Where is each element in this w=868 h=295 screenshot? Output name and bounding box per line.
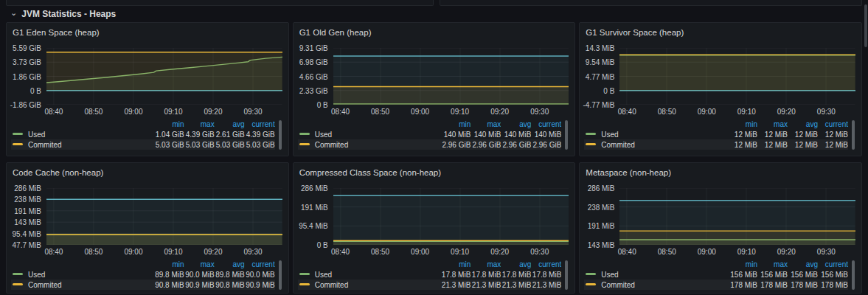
legend-value: 2.61 GiB (215, 131, 245, 139)
legend-column-max[interactable]: max (184, 120, 215, 128)
legend-header-row: minmaxavgcurrent (11, 260, 275, 269)
chart-area: 286 MiB238 MiB191 MiB143 MiB (580, 188, 861, 245)
legend-column-avg[interactable]: avg (215, 260, 245, 268)
panel-title[interactable]: Compressed Class Space (non-heap) (294, 163, 575, 184)
legend-series-label[interactable]: Commited (584, 141, 727, 149)
legend-value: 5.03 GiB (184, 141, 215, 149)
legend-series-label[interactable]: Commited (584, 281, 727, 289)
legend-value: 156 MiB (818, 271, 848, 279)
legend-value: 12 MiB (788, 141, 818, 149)
legend-value: 178 MiB (818, 281, 848, 289)
x-axis-label: 08:40 (331, 248, 350, 256)
y-axis-label: -4.77 MiB (583, 101, 615, 109)
legend-value: 12 MiB (727, 141, 757, 149)
panel-title[interactable]: G1 Eden Space (heap) (7, 23, 288, 44)
plot-area[interactable] (619, 48, 855, 105)
legend-value: 17.8 MiB (531, 271, 561, 279)
legend-column-current[interactable]: current (245, 120, 275, 128)
legend-scrollbar[interactable] (565, 260, 568, 290)
y-axis-label: 238 MiB (588, 203, 615, 211)
legend-column-avg[interactable]: avg (215, 120, 245, 128)
legend-column-avg[interactable]: avg (788, 260, 818, 268)
x-axis-label: 09:20 (777, 108, 796, 116)
page-scrollbar[interactable] (864, 4, 867, 47)
legend-value: 21.3 MiB (531, 281, 561, 289)
legend-series-label[interactable]: Used (11, 271, 154, 279)
legend-series-label[interactable]: Used (298, 271, 441, 279)
legend-column-avg[interactable]: avg (501, 120, 531, 128)
legend-column-min[interactable]: min (727, 260, 757, 268)
series-color-icon (13, 283, 23, 285)
series-color-icon (586, 273, 596, 275)
legend-column-min[interactable]: min (440, 120, 471, 128)
series-color-icon (13, 133, 23, 135)
legend-column-min[interactable]: min (727, 120, 757, 128)
legend: minmaxavgcurrentUsed156 MiB156 MiB156 Mi… (584, 260, 855, 290)
legend-scrollbar[interactable] (565, 120, 568, 150)
legend-column-min[interactable]: min (154, 260, 184, 268)
legend-column-max[interactable]: max (471, 120, 501, 128)
legend-scrollbar[interactable] (279, 260, 282, 290)
timeseries-svg (619, 188, 855, 245)
plot-area[interactable] (333, 188, 569, 245)
legend-scrollbar[interactable] (279, 120, 282, 150)
panel-title[interactable]: Code Cache (non-heap) (7, 163, 288, 184)
plot-area[interactable] (333, 48, 569, 105)
legend-value: 2.96 GiB (531, 141, 561, 149)
legend-column-current[interactable]: current (818, 120, 848, 128)
legend-column-current[interactable]: current (818, 260, 848, 268)
plot-area[interactable] (46, 188, 282, 245)
legend-value: 90.8 MiB (154, 281, 184, 289)
panel-title[interactable]: G1 Survivor Space (heap) (580, 23, 861, 44)
legend-column-min[interactable]: min (154, 120, 184, 128)
legend-row-used: Used12 MiB12 MiB12 MiB12 MiB (584, 129, 848, 139)
x-axis: 08:4008:5009:0009:1009:2009:30 (46, 246, 282, 258)
legend-series-label[interactable]: Used (584, 131, 727, 139)
legend-scrollbar[interactable] (852, 120, 855, 150)
legend-row-commited: Commited21.3 MiB21.3 MiB21.3 MiB21.3 MiB (298, 280, 562, 290)
legend-series-label[interactable]: Commited (11, 141, 154, 149)
legend-series-label[interactable]: Used (298, 131, 441, 139)
legend-row-commited: Commited178 MiB178 MiB178 MiB178 MiB (584, 280, 848, 290)
panel-title[interactable]: G1 Old Gen (heap) (294, 23, 575, 44)
x-axis-label: 09:00 (411, 108, 429, 116)
x-axis-label: 09:00 (411, 248, 429, 256)
y-axis-label: 4.66 GiB (299, 72, 328, 80)
x-axis-label: 09:00 (698, 248, 716, 256)
legend-series-label[interactable]: Commited (298, 281, 441, 289)
panel-title[interactable]: Metaspace (non-heap) (580, 163, 861, 184)
plot-area[interactable] (46, 48, 282, 105)
legend-column-current[interactable]: current (531, 260, 561, 268)
row-header-jvm-statistics-heaps[interactable]: ⌄ JVM Statistics - Heaps (6, 6, 116, 22)
legend-series-label[interactable]: Used (584, 271, 727, 279)
legend-table: minmaxavgcurrentUsed12 MiB12 MiB12 MiB12… (584, 119, 855, 150)
panel-code-cache: Code Cache (non-heap) 286 MiB238 MiB191 … (6, 162, 289, 294)
legend-column-max[interactable]: max (757, 120, 788, 128)
y-axis-label: 3.73 GiB (13, 58, 41, 66)
legend-value: 2.96 GiB (440, 141, 471, 149)
legend-column-current[interactable]: current (531, 120, 561, 128)
plot-area[interactable] (619, 188, 855, 245)
chart-area: 14.3 MiB9.54 MiB4.77 MiB0 B-4.77 MiB (580, 48, 861, 105)
legend-scrollbar[interactable] (852, 260, 855, 290)
y-axis-label: 191 MiB (14, 206, 41, 215)
legend-column-max[interactable]: max (184, 260, 215, 268)
legend-header-row: minmaxavgcurrent (584, 260, 848, 269)
legend-row-used: Used156 MiB156 MiB156 MiB156 MiB (584, 269, 848, 280)
y-axis-label: 0 B (30, 86, 41, 94)
legend-series-label[interactable]: Commited (298, 141, 441, 149)
legend-series-label[interactable]: Commited (11, 281, 154, 289)
legend-column-max[interactable]: max (757, 260, 788, 268)
legend-column-avg[interactable]: avg (501, 260, 531, 268)
legend-column-max[interactable]: max (471, 260, 501, 268)
legend-value: 90.0 MiB (184, 271, 215, 279)
legend-series-label[interactable]: Used (11, 131, 154, 139)
y-axis: 14.3 MiB9.54 MiB4.77 MiB0 B-4.77 MiB (580, 48, 619, 105)
y-axis: 286 MiB191 MiB95.4 MiB0 B (294, 188, 333, 245)
legend-column-avg[interactable]: avg (788, 120, 818, 128)
legend-value: 2.96 GiB (471, 141, 501, 149)
x-axis-label: 09:10 (164, 248, 182, 256)
legend-column-current[interactable]: current (245, 260, 275, 268)
legend-column-min[interactable]: min (440, 260, 471, 268)
series-color-icon (586, 283, 596, 285)
